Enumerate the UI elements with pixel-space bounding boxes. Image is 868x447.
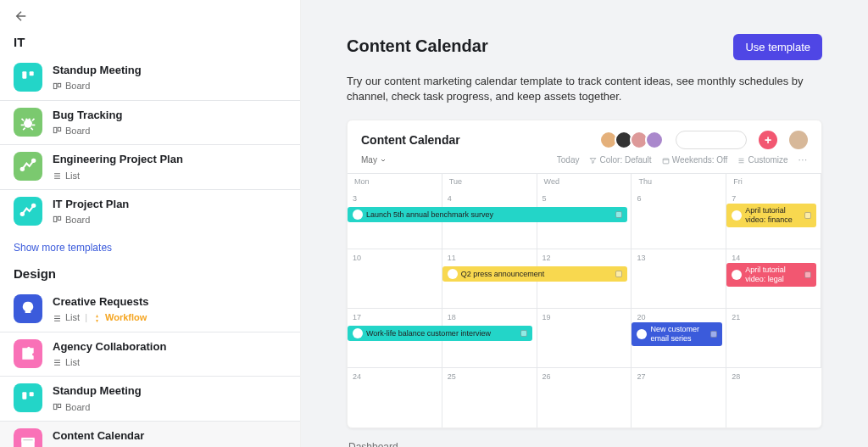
template-name: Engineering Project Plan (53, 152, 183, 167)
template-detail: Content Calendar Use template Try our co… (301, 0, 868, 447)
weekends-toggle[interactable]: Weekends: Off (662, 154, 728, 166)
plan-icon (14, 197, 42, 226)
svg-rect-15 (22, 393, 26, 400)
event-checkbox[interactable] (804, 271, 811, 278)
collaborator-avatars[interactable] (603, 131, 664, 149)
svg-point-10 (32, 159, 35, 162)
today-button[interactable]: Today (557, 154, 580, 166)
plan-icon (14, 152, 42, 181)
more-menu[interactable]: ··· (798, 154, 808, 166)
section-title: IT (0, 30, 300, 56)
svg-rect-7 (53, 128, 56, 133)
calendar-day[interactable]: 26 (537, 368, 632, 427)
calendar-event[interactable]: Work-life balance customer interview (348, 326, 532, 341)
calendar-day[interactable]: 6 (632, 190, 726, 249)
calendar-day[interactable]: 13 (632, 249, 726, 308)
puzzle-icon (14, 339, 42, 368)
section-title: Design (0, 261, 300, 288)
bug-icon (14, 108, 42, 137)
calendar: MonTueWedThuFri 34567Launch 5th annual b… (348, 173, 821, 427)
chevron-down-icon (380, 157, 387, 164)
svg-point-12 (32, 204, 35, 207)
template-tag: Board (53, 401, 90, 414)
template-name: Content Calendar (53, 428, 144, 444)
svg-rect-0 (22, 72, 26, 79)
calendar-icon (14, 428, 42, 447)
back-button[interactable] (0, 0, 300, 30)
filter-icon (589, 157, 597, 165)
event-checkbox[interactable] (615, 271, 622, 277)
color-filter[interactable]: Color: Default (589, 154, 651, 166)
event-checkbox[interactable] (710, 331, 717, 338)
template-tag: List (53, 311, 80, 324)
template-item[interactable]: Bug TrackingBoard (0, 100, 300, 145)
calendar-day[interactable]: 25 (442, 368, 537, 427)
template-tag: List (53, 170, 80, 182)
me-avatar[interactable] (789, 131, 808, 149)
event-title: April tutorial video: finance (745, 206, 801, 225)
svg-point-5 (25, 118, 27, 120)
calendar-day[interactable]: 21 (726, 309, 821, 367)
template-item[interactable]: Agency CollaborationList (0, 332, 300, 377)
template-item[interactable]: IT Project PlanBoard (0, 189, 300, 234)
template-tag: Workflow (92, 311, 147, 324)
calendar-day[interactable]: 19 (537, 309, 632, 367)
template-name: Standup Meeting (53, 63, 142, 78)
template-item[interactable]: Standup MeetingBoard (0, 56, 300, 100)
template-name: Creative Requests (53, 294, 148, 310)
event-checkbox[interactable] (615, 211, 622, 218)
svg-rect-18 (58, 404, 60, 407)
template-item[interactable]: Standup MeetingBoard (0, 376, 300, 421)
event-avatar (732, 210, 742, 221)
svg-rect-2 (53, 83, 56, 88)
calendar-day[interactable]: 27 (632, 368, 726, 427)
svg-point-4 (24, 119, 32, 127)
calendar-event[interactable]: New customer email series (632, 322, 721, 346)
page-title: Content Calendar (347, 34, 488, 58)
month-label: May (361, 154, 377, 166)
event-title: Launch 5th annual benchmark survey (366, 210, 612, 221)
event-avatar (353, 210, 363, 220)
calendar-day[interactable]: 28 (726, 368, 821, 427)
template-tag: Board (53, 80, 90, 92)
svg-point-6 (28, 118, 31, 120)
search-input[interactable] (676, 131, 747, 149)
template-item[interactable]: Creative RequestsList|Workflow (0, 288, 300, 332)
event-checkbox[interactable] (804, 212, 811, 219)
svg-rect-22 (663, 159, 669, 164)
template-tag: Board (53, 214, 90, 226)
calendar-day[interactable]: 24 (348, 368, 442, 427)
template-item[interactable]: Content CalendarCalendar (0, 421, 300, 447)
svg-rect-1 (30, 72, 34, 76)
weekday-header: Wed (537, 174, 632, 190)
show-more-link[interactable]: Show more templates (0, 234, 300, 262)
template-tag: Board (53, 125, 90, 137)
use-template-button[interactable]: Use template (733, 34, 822, 60)
svg-rect-8 (58, 128, 60, 131)
event-title: April tutorial video: legal (745, 265, 801, 284)
calendar-day[interactable]: 10 (348, 249, 442, 308)
svg-rect-20 (22, 439, 33, 441)
svg-rect-17 (53, 404, 56, 409)
svg-rect-14 (58, 217, 60, 221)
event-title: Work-life balance customer interview (366, 328, 517, 339)
svg-point-9 (21, 168, 24, 170)
template-preview: Content Calendar + May Today Color: Defa… (347, 120, 822, 428)
svg-rect-13 (53, 217, 56, 222)
template-name: Agency Collaboration (53, 339, 166, 355)
template-tag: List (53, 356, 80, 369)
customize-button[interactable]: Customize (737, 154, 787, 166)
preview-title: Content Calendar (361, 132, 596, 149)
calendar-event[interactable]: Launch 5th annual benchmark survey (348, 207, 627, 222)
event-checkbox[interactable] (520, 330, 527, 337)
template-item[interactable]: Engineering Project PlanList (0, 144, 300, 189)
template-name: Standup Meeting (53, 383, 142, 399)
event-avatar (732, 270, 742, 280)
add-button[interactable]: + (759, 131, 777, 149)
month-selector[interactable]: May (361, 154, 387, 166)
arrow-left-icon (14, 8, 29, 24)
calendar-event[interactable]: Q2 press announcement (442, 266, 627, 282)
event-title: Q2 press announcement (461, 269, 612, 280)
calendar-event[interactable]: April tutorial video: legal (726, 263, 816, 287)
calendar-event[interactable]: April tutorial video: finance (726, 204, 816, 227)
